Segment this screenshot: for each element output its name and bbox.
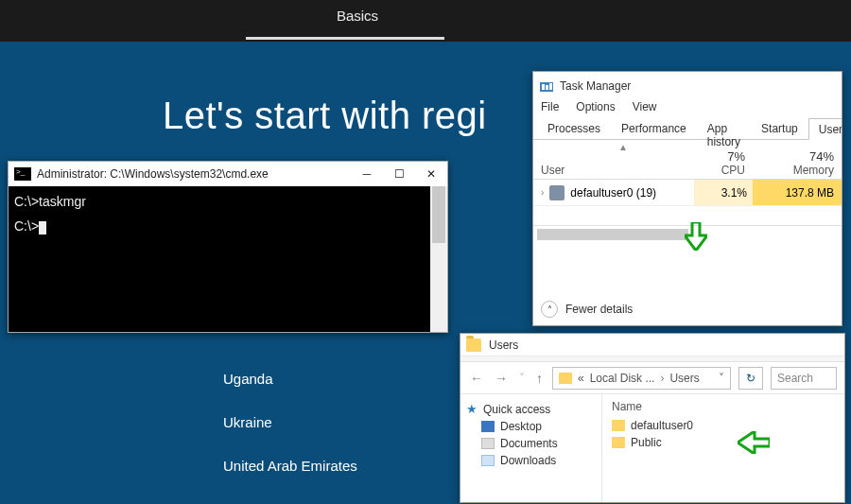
- cmd-titlebar[interactable]: Administrator: C:\Windows\system32\cmd.e…: [9, 162, 447, 186]
- close-button[interactable]: ✕: [415, 162, 447, 186]
- exp-titlebar[interactable]: Users: [460, 334, 844, 356]
- tm-columns: ▲ User 7% CPU 74% Memory: [533, 140, 842, 180]
- tm-menubar: File Options View: [533, 100, 842, 117]
- tab-startup[interactable]: Startup: [751, 117, 808, 139]
- region-option[interactable]: Ukraine: [223, 403, 357, 443]
- addr-crumb[interactable]: Local Disk ...: [590, 372, 655, 385]
- exp-title: Users: [489, 339, 518, 352]
- quick-access[interactable]: ★ Quick access: [466, 402, 596, 416]
- region-option[interactable]: Uganda: [223, 359, 357, 399]
- folder-icon: [559, 373, 572, 384]
- col-user-label: User: [541, 164, 686, 177]
- sidebar-item-desktop[interactable]: Desktop: [466, 420, 596, 433]
- annotation-arrow-down-icon: [685, 222, 707, 251]
- downloads-icon: [481, 455, 495, 466]
- sidebar-label: Desktop: [500, 420, 542, 433]
- sort-indicator-icon: ▲: [618, 142, 628, 152]
- sidebar-label: Downloads: [500, 454, 556, 467]
- tab-performance[interactable]: Performance: [611, 117, 697, 139]
- desktop-icon: [481, 421, 495, 432]
- col-name[interactable]: Name: [612, 400, 835, 413]
- cmd-title: Administrator: C:\Windows\system32\cmd.e…: [37, 167, 351, 181]
- refresh-button[interactable]: ↻: [738, 367, 763, 390]
- addr-prefix: «: [578, 372, 584, 385]
- tm-tabs: Processes Performance App history Startu…: [533, 117, 842, 140]
- forward-button[interactable]: →: [493, 371, 510, 386]
- cmd-line: C:\>taskmgr: [14, 194, 442, 209]
- region-option[interactable]: United Arab Emirates: [223, 446, 357, 486]
- menu-view[interactable]: View: [633, 100, 657, 113]
- oobe-header: Basics: [0, 0, 851, 42]
- task-manager-window: Task Manager File Options View Processes…: [532, 71, 842, 326]
- address-bar[interactable]: « Local Disk ... › Users ˅: [552, 367, 731, 390]
- fewer-details[interactable]: ˄ Fewer details: [541, 301, 633, 318]
- expand-icon[interactable]: ›: [541, 187, 544, 198]
- up-button[interactable]: ↑: [534, 371, 545, 386]
- tab-users[interactable]: Users: [808, 118, 842, 140]
- cmd-body[interactable]: C:\>taskmgr C:\>: [9, 186, 447, 242]
- cmd-scroll-thumb[interactable]: [432, 186, 445, 243]
- folder-icon: [612, 437, 625, 448]
- user-row[interactable]: › defaultuser0 (19) 3.1% 137.8 MB: [533, 180, 842, 206]
- quick-access-label: Quick access: [483, 403, 550, 416]
- folder-icon: [466, 339, 481, 352]
- user-icon: [549, 185, 564, 200]
- tm-titlebar[interactable]: Task Manager: [533, 72, 842, 100]
- folder-icon: [612, 420, 625, 431]
- exp-navbar: ← → ˅ ↑ « Local Disk ... › Users ˅ ↻ Sea…: [460, 362, 844, 394]
- region-list: Uganda Ukraine United Arab Emirates: [223, 359, 357, 490]
- col-memory-label: Memory: [760, 164, 834, 177]
- cmd-scrollbar[interactable]: [430, 186, 447, 332]
- annotation-arrow-left-icon: [738, 431, 770, 454]
- cmd-icon: [14, 167, 31, 181]
- menu-options[interactable]: Options: [576, 100, 615, 113]
- documents-icon: [481, 438, 495, 449]
- addr-crumb[interactable]: Users: [669, 372, 699, 385]
- fewer-details-label: Fewer details: [565, 303, 633, 316]
- chevron-up-icon: ˄: [541, 301, 558, 318]
- col-cpu[interactable]: 7% CPU: [694, 140, 753, 179]
- exp-main: Name defaultuser0 Public: [602, 394, 844, 502]
- folder-item[interactable]: defaultuser0: [612, 419, 835, 432]
- tab-underline: [246, 37, 444, 40]
- tab-app-history[interactable]: App history: [697, 117, 751, 139]
- user-memory: 137.8 MB: [753, 180, 842, 205]
- cmd-line: C:\>: [14, 218, 39, 234]
- svg-rect-2: [546, 85, 548, 90]
- minimize-button[interactable]: ─: [351, 162, 383, 186]
- cmd-cursor: [39, 221, 46, 235]
- task-manager-icon: [539, 78, 554, 94]
- tab-basics[interactable]: Basics: [301, 8, 414, 33]
- cpu-total: 7%: [702, 149, 745, 164]
- svg-rect-1: [542, 84, 545, 90]
- col-memory[interactable]: 74% Memory: [753, 140, 842, 179]
- maximize-button[interactable]: ☐: [383, 162, 415, 186]
- page-title: Let's start with regi: [163, 95, 487, 137]
- sidebar-label: Documents: [500, 437, 558, 450]
- exp-sidebar: ★ Quick access Desktop Documents Downloa…: [460, 394, 602, 502]
- user-cpu: 3.1%: [694, 180, 753, 205]
- menu-file[interactable]: File: [541, 100, 559, 113]
- folder-label: defaultuser0: [631, 419, 693, 432]
- col-user[interactable]: ▲ User: [533, 140, 694, 179]
- tm-title: Task Manager: [560, 79, 631, 93]
- recent-dropdown-icon[interactable]: ˅: [517, 372, 527, 385]
- star-icon: ★: [466, 402, 478, 416]
- tab-processes[interactable]: Processes: [537, 117, 611, 139]
- folder-label: Public: [631, 436, 662, 449]
- tm-scroll-thumb[interactable]: [537, 229, 688, 240]
- sidebar-item-documents[interactable]: Documents: [466, 437, 596, 450]
- explorer-window: Users ← → ˅ ↑ « Local Disk ... › Users ˅…: [460, 333, 845, 503]
- search-input[interactable]: Search: [771, 367, 837, 390]
- sidebar-item-downloads[interactable]: Downloads: [466, 454, 596, 467]
- chevron-right-icon[interactable]: ›: [660, 372, 664, 385]
- col-cpu-label: CPU: [702, 164, 745, 177]
- back-button[interactable]: ←: [468, 371, 485, 386]
- cmd-window: Administrator: C:\Windows\system32\cmd.e…: [8, 161, 448, 333]
- svg-rect-3: [549, 83, 552, 90]
- user-name: defaultuser0 (19): [570, 186, 656, 200]
- memory-total: 74%: [760, 149, 834, 164]
- folder-item[interactable]: Public: [612, 436, 835, 449]
- addr-dropdown-icon[interactable]: ˅: [719, 372, 724, 385]
